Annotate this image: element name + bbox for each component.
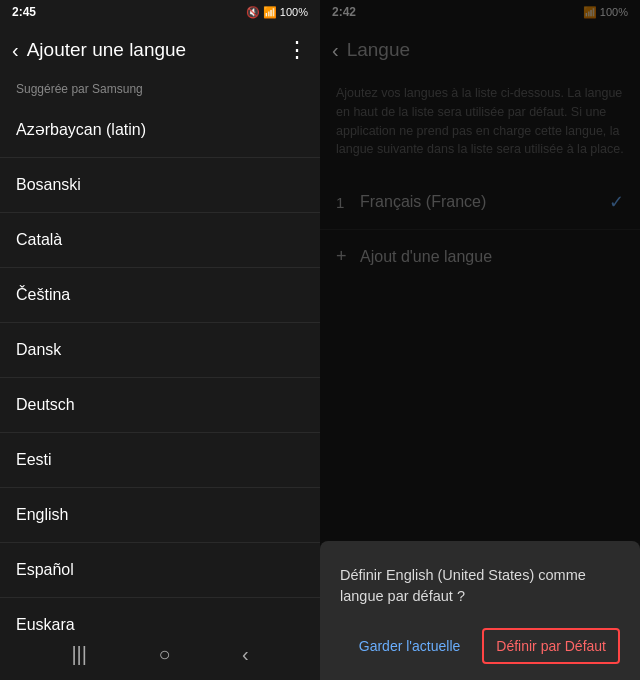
left-time: 2:45 [12, 5, 36, 19]
right-panel: 2:42 📶 100% ‹ Langue Ajoutez vos langues… [320, 0, 640, 680]
dialog-overlay: Définir English (United States) comme la… [320, 0, 640, 680]
list-item[interactable]: Català [0, 213, 320, 268]
left-nav-recent[interactable]: ||| [71, 643, 87, 666]
left-status-icons: 🔇 📶 100% [246, 6, 308, 19]
left-panel: 2:45 🔇 📶 100% ‹ Ajouter une langue ⋮ Sug… [0, 0, 320, 680]
left-language-list: Azərbaycan (latin) Bosanski Català Češti… [0, 102, 320, 632]
signal-icon: 📶 [263, 6, 277, 19]
list-item[interactable]: Dansk [0, 323, 320, 378]
left-page-title: Ajouter une langue [27, 39, 187, 61]
left-top-bar: ‹ Ajouter une langue ⋮ [0, 24, 320, 76]
list-item[interactable]: Azərbaycan (latin) [0, 102, 320, 158]
dialog-buttons: Garder l'actuelle Définir par Défaut [340, 628, 620, 664]
list-item[interactable]: Čeština [0, 268, 320, 323]
left-more-button[interactable]: ⋮ [286, 37, 308, 63]
left-top-bar-left: ‹ Ajouter une langue [12, 39, 186, 62]
left-section-label: Suggérée par Samsung [0, 76, 320, 102]
list-item[interactable]: Español [0, 543, 320, 598]
dialog-message: Définir English (United States) comme la… [340, 565, 620, 609]
set-default-dialog: Définir English (United States) comme la… [320, 541, 640, 681]
left-back-button[interactable]: ‹ [12, 39, 19, 62]
left-status-bar: 2:45 🔇 📶 100% [0, 0, 320, 24]
left-nav-home[interactable]: ○ [158, 643, 170, 666]
keep-current-button[interactable]: Garder l'actuelle [349, 628, 471, 664]
list-item[interactable]: Euskara [0, 598, 320, 632]
left-nav-back[interactable]: ‹ [242, 643, 249, 666]
list-item[interactable]: Deutsch [0, 378, 320, 433]
left-nav-bar: ||| ○ ‹ [0, 632, 320, 680]
mute-icon: 🔇 [246, 6, 260, 19]
battery-label: 100% [280, 6, 308, 18]
list-item[interactable]: Bosanski [0, 158, 320, 213]
list-item[interactable]: English [0, 488, 320, 543]
list-item[interactable]: Eesti [0, 433, 320, 488]
set-default-button[interactable]: Définir par Défaut [482, 628, 620, 664]
